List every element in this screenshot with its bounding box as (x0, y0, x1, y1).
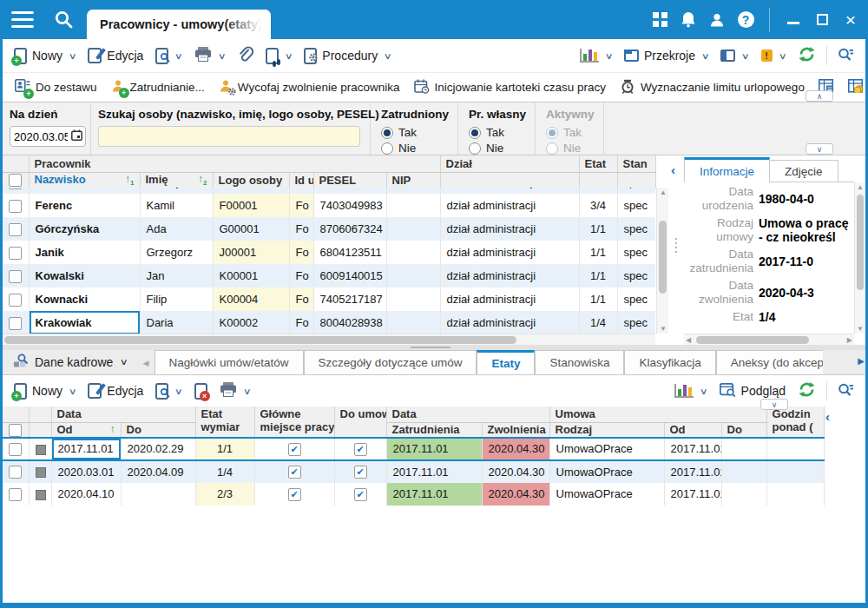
etat-cell-umowa-do[interactable] (721, 438, 766, 460)
emp-col-etat[interactable]: Etat (579, 155, 617, 172)
employee-cell-nip[interactable] (386, 194, 440, 217)
bottom-toolbar-collapse-button[interactable]: ∨ (760, 399, 788, 410)
employee-cell-dzial[interactable]: dział administracji (440, 311, 579, 334)
etat-cell-umowa-do[interactable] (721, 483, 766, 506)
employee-cell-stan[interactable]: spec (617, 287, 655, 311)
employee-cell-nazwisko[interactable]: Kowalski (29, 264, 140, 287)
employee-cell-nazwisko[interactable]: Janik (29, 241, 140, 264)
etat-cell-do-umowy-checkbox[interactable]: ✔ (334, 460, 386, 483)
find-document-button[interactable]: ∨ (149, 43, 187, 68)
employee-row[interactable]: KowalskiJanK00001Fo6009140015dział admin… (3, 264, 655, 287)
etat-cell-umowa-od[interactable]: 2017.11.01 (664, 483, 721, 506)
employees-horizontal-scrollbar[interactable] (3, 334, 655, 345)
window-tab[interactable]: Pracownicy - umowy(etaty) (87, 10, 271, 39)
scroll-down-icon[interactable]: ▼ (660, 325, 667, 333)
etat-cell-do-umowy-checkbox[interactable]: ✔ (334, 438, 386, 460)
init-timesheet-button[interactable]: Inicjowanie kartoteki czasu pracy (407, 76, 613, 99)
employee-cell-etat[interactable]: 3/4 (579, 188, 617, 194)
etat-cell-rodzaj[interactable]: UmowaOPrace (549, 460, 664, 483)
etaty-col-zwolnienia[interactable]: Zwolnienia (482, 422, 549, 438)
etat-row[interactable]: 2020.03.012020.04.091/4✔✔2017.11.012020.… (3, 460, 824, 483)
employee-cell-etat[interactable]: 1/1 (579, 241, 617, 264)
etat-cell-godzin[interactable] (766, 460, 824, 483)
workflow-button[interactable]: ∨ (260, 43, 298, 68)
employee-cell-id[interactable]: Fo (289, 311, 313, 334)
employee-cell-imie[interactable]: Maciej (140, 188, 213, 194)
etat-cell-zwolnienia[interactable]: 2020.04.30 (482, 438, 549, 460)
employee-row[interactable]: KownackiFilipK00004Fo7405217187dział adm… (3, 287, 655, 311)
user-icon[interactable] (707, 10, 727, 30)
section-tab-nagłówki-umów-etatów[interactable]: Nagłówki umów/etatów (155, 350, 304, 374)
print-button[interactable]: ∨ (188, 43, 231, 68)
etaty-col-umowa-od[interactable]: Od (664, 422, 721, 438)
employee-row-checkbox[interactable] (3, 241, 29, 264)
etat-row-checkbox[interactable] (3, 438, 29, 460)
pr-wlasny-tak-radio[interactable]: Tak (469, 126, 526, 139)
emp-col-stan[interactable]: Stan (617, 155, 655, 172)
employee-cell-imie[interactable]: Daria (140, 311, 213, 334)
etat-cell-do[interactable] (121, 483, 195, 506)
scroll-up-icon[interactable]: ▲ (660, 188, 667, 196)
advanced-search-button[interactable] (832, 43, 860, 68)
employee-cell-imie[interactable]: Grzegorz (140, 241, 213, 264)
splitter-grip[interactable] (675, 238, 677, 253)
add-to-set-button[interactable]: + Do zestawu (8, 76, 104, 99)
scroll-right-icon[interactable]: ▶ (847, 336, 852, 344)
etaty-col-od[interactable]: Od↑ (51, 422, 121, 438)
filter-collapse-button[interactable]: ∨ (806, 143, 833, 155)
etat-cell-od[interactable]: 2020.04.10 (51, 483, 121, 506)
etaty-col-godzin-ponad[interactable]: Godzinponad ( (766, 406, 824, 438)
employee-row[interactable]: ChudzikMaciejC00001Fo7602049413dział adm… (3, 188, 655, 194)
minimize-button[interactable] (783, 10, 804, 30)
date-field[interactable] (10, 126, 86, 147)
detail-edit-button[interactable]: Edycja (82, 379, 149, 403)
zatrudniony-tak-radio[interactable]: Tak (381, 126, 449, 139)
new-button[interactable]: + Nowy∨ (8, 43, 82, 68)
edit-button[interactable]: Edycja (82, 43, 149, 68)
etat-cell-godzin[interactable] (766, 483, 824, 506)
dock-panel-button[interactable]: ∨ (714, 43, 754, 68)
employee-cell-nazwisko[interactable]: Krakowiak (29, 311, 140, 334)
employee-cell-stan[interactable]: spec (617, 217, 655, 241)
etat-cell-umowa-od[interactable]: 2017.11.01 (664, 438, 721, 460)
etat-row[interactable]: 2020.04.102/3✔✔2017.11.012020.04.30Umowa… (3, 483, 824, 506)
procedures-button[interactable]: Procedury∨ (298, 43, 397, 68)
emp-col-nip[interactable]: NIP (386, 172, 440, 188)
etat-cell-rodzaj[interactable]: UmowaOPrace (549, 438, 664, 460)
emp-col-dzial[interactable]: Dział (440, 155, 579, 172)
employee-cell-stan[interactable]: spec (617, 194, 655, 217)
section-tab-etaty[interactable]: Etaty (477, 350, 535, 374)
employee-row[interactable]: FerencKamilF00001Fo7403049983dział admin… (3, 194, 655, 217)
etat-cell-glowne-checkbox[interactable]: ✔ (254, 438, 334, 460)
etat-cell-od[interactable]: 2017.11.01 (51, 438, 121, 460)
etaty-col-do-umowy[interactable]: Do umowy (334, 406, 386, 438)
etaty-col-glowne-miejsce[interactable]: Głównemiejsce pracy (254, 406, 334, 438)
employee-cell-pesel[interactable]: 7602049413 (313, 188, 386, 194)
employee-cell-imie[interactable]: Jan (140, 264, 213, 287)
employee-row-checkbox[interactable] (3, 188, 29, 194)
employee-cell-dzial[interactable]: dział administracji (440, 217, 579, 241)
employee-cell-stan[interactable]: spec (617, 311, 655, 334)
emp-select-all-checkbox[interactable] (3, 172, 29, 188)
employee-cell-nip[interactable] (386, 241, 440, 264)
attachment-button[interactable] (231, 43, 260, 68)
etaty-col-do[interactable]: Do (121, 422, 195, 438)
scroll-up-icon[interactable]: ▲ (857, 183, 864, 191)
etat-cell-zatrudnienia[interactable]: 2017.11.01 (386, 460, 482, 483)
detail-refresh-button[interactable] (792, 379, 822, 403)
section-selector[interactable]: Dane kadrowe ∨ (3, 349, 138, 374)
etat-cell-glowne-checkbox[interactable]: ✔ (254, 460, 334, 483)
scrollbar-thumb[interactable] (659, 221, 667, 294)
info-horizontal-scrollbar[interactable]: ◀ ▶ (684, 334, 854, 345)
etaty-col-etat-wymiar[interactable]: Etatwymiar (195, 406, 254, 438)
employee-cell-imie[interactable]: Kamil (140, 194, 213, 217)
etat-cell-od[interactable]: 2020.03.01 (51, 460, 121, 483)
employee-cell-etat[interactable]: 1/1 (579, 287, 617, 311)
emp-col-nazwisko[interactable]: Nazwisko↑1 (29, 172, 140, 188)
employee-row-checkbox[interactable] (3, 194, 29, 217)
employee-cell-logo[interactable]: K00002 (213, 311, 289, 334)
tabs-scroll-right-icon[interactable]: ▶ (858, 356, 865, 366)
employee-cell-dzial[interactable]: dział administracji (440, 241, 579, 264)
undo-dismissal-button[interactable]: Wycofaj zwolnienie pracownika (212, 76, 407, 99)
employee-cell-stan[interactable]: spec (617, 264, 655, 287)
